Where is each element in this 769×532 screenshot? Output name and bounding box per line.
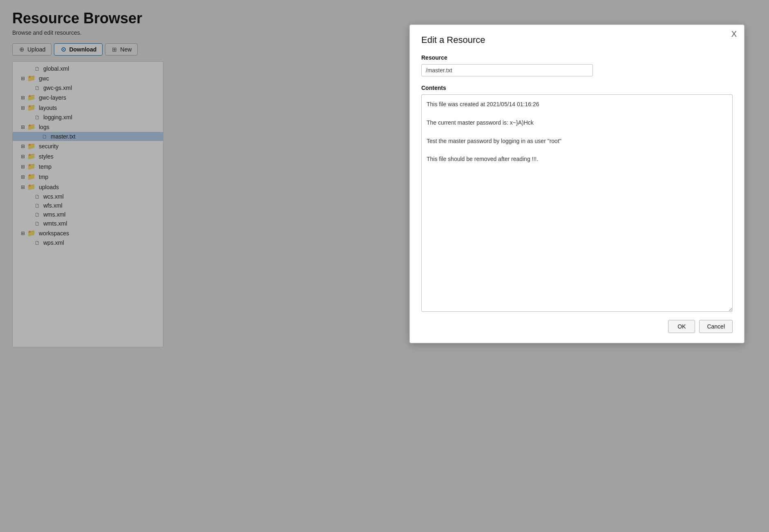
ok-button[interactable]: OK (668, 320, 695, 333)
contents-label: Contents (421, 85, 733, 91)
modal-footer: OK Cancel (421, 320, 733, 333)
modal-title: Edit a Resource (421, 35, 733, 45)
page-container: Resource Browser Browse and edit resourc… (0, 0, 769, 532)
cancel-button[interactable]: Cancel (699, 320, 733, 333)
modal-overlay: X Edit a Resource Resource Contents OK C… (0, 0, 769, 532)
contents-section: Contents (421, 85, 733, 312)
resource-input[interactable] (421, 64, 593, 76)
modal-close-button[interactable]: X (731, 30, 737, 38)
edit-resource-modal: X Edit a Resource Resource Contents OK C… (409, 25, 744, 343)
resource-label: Resource (421, 54, 733, 61)
contents-textarea[interactable] (421, 94, 733, 312)
